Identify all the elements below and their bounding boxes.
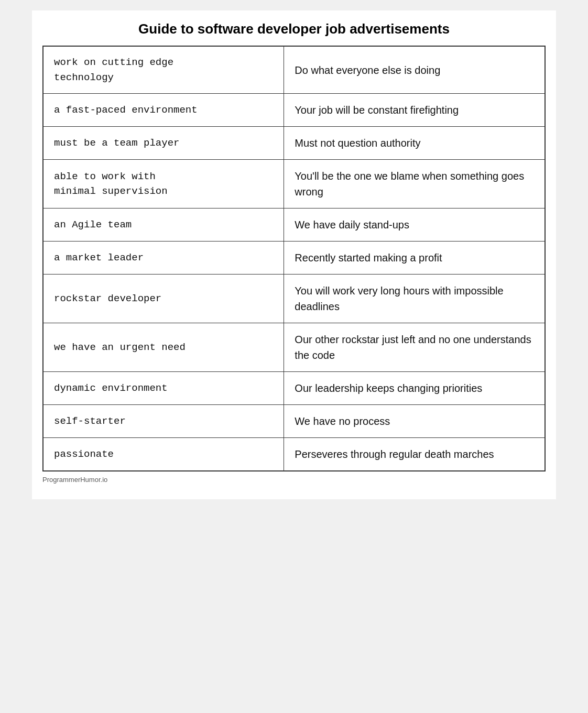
ad-text-cell: a market leader (43, 242, 284, 275)
ad-text-cell: we have an urgent need (43, 323, 284, 372)
ad-text-cell: rockstar developer (43, 275, 284, 323)
real-meaning-cell: We have daily stand-ups (284, 209, 545, 242)
real-meaning-cell: Your job will be constant firefighting (284, 94, 545, 127)
table-row: work on cutting edge technologyDo what e… (43, 46, 545, 94)
footer: ProgrammerHumor.io (42, 476, 546, 484)
guide-table: work on cutting edge technologyDo what e… (42, 46, 546, 471)
ad-text-cell: work on cutting edge technology (43, 46, 284, 94)
ad-text-cell: self-starter (43, 405, 284, 438)
ad-text-cell: a fast-paced environment (43, 94, 284, 127)
table-row: an Agile teamWe have daily stand-ups (43, 209, 545, 242)
ad-text-cell: dynamic environment (43, 372, 284, 405)
table-row: a market leaderRecently started making a… (43, 242, 545, 275)
table-row: must be a team playerMust not question a… (43, 127, 545, 160)
page-title: Guide to software developer job advertis… (42, 21, 546, 37)
page-wrapper: Guide to software developer job advertis… (32, 10, 556, 499)
real-meaning-cell: Our leadership keeps changing priorities (284, 372, 545, 405)
real-meaning-cell: Do what everyone else is doing (284, 46, 545, 94)
table-row: passionatePerseveres through regular dea… (43, 438, 545, 471)
table-row: self-starterWe have no process (43, 405, 545, 438)
real-meaning-cell: Perseveres through regular death marches (284, 438, 545, 471)
table-row: we have an urgent needOur other rockstar… (43, 323, 545, 372)
real-meaning-cell: Recently started making a profit (284, 242, 545, 275)
ad-text-cell: an Agile team (43, 209, 284, 242)
ad-text-cell: able to work with minimal supervision (43, 160, 284, 209)
real-meaning-cell: We have no process (284, 405, 545, 438)
real-meaning-cell: Must not question authority (284, 127, 545, 160)
table-row: rockstar developerYou will work very lon… (43, 275, 545, 323)
table-row: a fast-paced environmentYour job will be… (43, 94, 545, 127)
real-meaning-cell: You will work very long hours with impos… (284, 275, 545, 323)
table-row: able to work with minimal supervisionYou… (43, 160, 545, 209)
real-meaning-cell: You'll be the one we blame when somethin… (284, 160, 545, 209)
table-row: dynamic environmentOur leadership keeps … (43, 372, 545, 405)
ad-text-cell: passionate (43, 438, 284, 471)
real-meaning-cell: Our other rockstar just left and no one … (284, 323, 545, 372)
ad-text-cell: must be a team player (43, 127, 284, 160)
